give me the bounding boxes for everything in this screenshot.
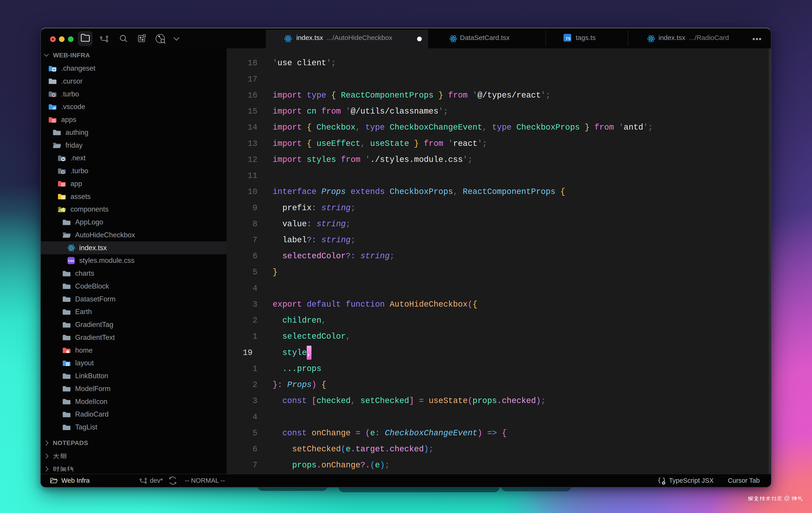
svg-text:CSS: CSS [68, 259, 74, 263]
